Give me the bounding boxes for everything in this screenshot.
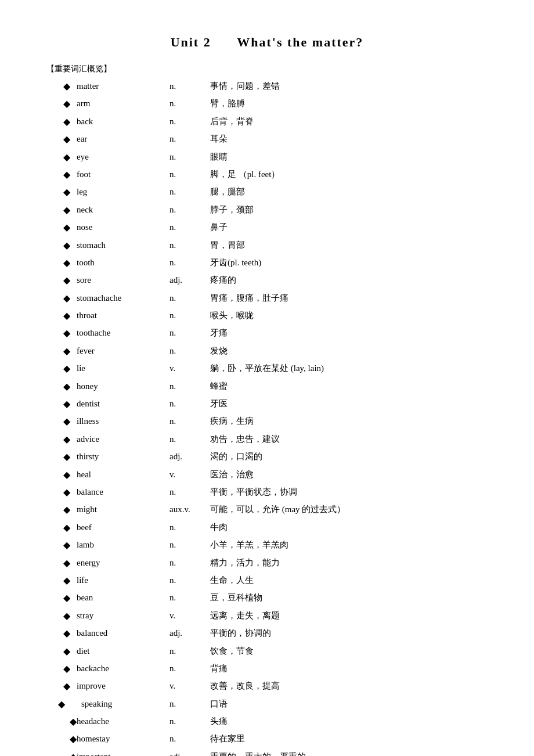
- vocab-row: ◆dietn.饮食，节食: [46, 643, 488, 660]
- vocab-row: ◆dentistn.牙医: [46, 395, 488, 413]
- vocab-row: ◆headachen.头痛: [46, 713, 488, 730]
- vocab-pos: adj.: [169, 448, 210, 466]
- vocab-bullet: ◆: [46, 625, 77, 642]
- vocab-word: backache: [77, 660, 169, 678]
- vocab-bullet: ◆: [46, 466, 77, 484]
- vocab-row: ◆backachen.背痛: [46, 660, 488, 678]
- vocab-row: ◆lifen.生命，人生: [46, 572, 488, 589]
- vocab-pos: adj.: [169, 272, 210, 289]
- vocab-word: balance: [77, 484, 169, 501]
- vocab-table: ◆mattern.事情，问题，差错◆armn.臂，胳膊◆backn.后背，背脊◆…: [46, 78, 488, 756]
- vocab-row: ◆liev.躺，卧，平放在某处 (lay, lain): [46, 360, 488, 377]
- unit-number: Unit 2: [171, 35, 211, 49]
- vocab-row: ◆neckn.脖子，颈部: [46, 201, 488, 219]
- vocab-meaning: 疼痛的: [210, 272, 488, 289]
- vocab-bullet: ◆: [46, 378, 77, 395]
- vocab-pos: adj.: [169, 625, 210, 642]
- vocab-meaning: 平衡的，协调的: [210, 625, 488, 642]
- vocab-bullet: ◆: [46, 643, 77, 660]
- vocab-bullet: ◆: [46, 678, 77, 695]
- vocab-word: neck: [77, 201, 169, 219]
- vocab-word: homestay: [77, 730, 169, 748]
- vocab-meaning: 医治，治愈: [210, 466, 488, 484]
- vocab-word: dentist: [77, 395, 169, 413]
- vocab-meaning: 耳朵: [210, 131, 488, 148]
- vocab-word: sore: [77, 272, 169, 289]
- vocab-row: ◆footn.脚，足 （pl. feet）: [46, 166, 488, 183]
- vocab-meaning: 牙齿(pl. teeth): [210, 254, 488, 272]
- vocab-word: ear: [77, 131, 169, 148]
- vocab-pos: n.: [169, 343, 210, 360]
- vocab-word: lamb: [77, 537, 169, 554]
- vocab-bullet: ◆: [46, 484, 77, 501]
- vocab-pos: n.: [169, 730, 210, 748]
- vocab-pos: n.: [169, 201, 210, 219]
- page-title: Unit 2 What's the matter?: [46, 35, 488, 50]
- vocab-row: ◆backn.后背，背脊: [46, 113, 488, 131]
- vocab-word: eye: [77, 149, 169, 166]
- vocab-row: ◆improvev.改善，改良，提高: [46, 678, 488, 695]
- vocab-pos: n.: [169, 149, 210, 166]
- vocab-meaning: 脚，足 （pl. feet）: [210, 166, 488, 183]
- vocab-word: matter: [77, 78, 169, 95]
- vocab-meaning: 后背，背脊: [210, 113, 488, 131]
- vocab-word: important: [77, 748, 169, 756]
- vocab-pos: n.: [169, 572, 210, 589]
- vocab-meaning: 可能，可以，允许 (may 的过去式）: [210, 501, 488, 519]
- vocab-pos: n.: [169, 589, 210, 607]
- vocab-word: stomachache: [77, 290, 169, 307]
- vocab-pos: n.: [169, 166, 210, 183]
- vocab-word: stomach: [77, 237, 169, 254]
- vocab-word: arm: [77, 95, 169, 113]
- vocab-pos: n.: [169, 713, 210, 730]
- vocab-row: ◆eyen.眼睛: [46, 149, 488, 166]
- vocab-pos: n.: [169, 660, 210, 678]
- vocab-word: heal: [77, 466, 169, 484]
- vocab-row: ◆healv.医治，治愈: [46, 466, 488, 484]
- vocab-pos: n.: [169, 237, 210, 254]
- vocab-word: improve: [77, 678, 169, 695]
- vocab-word: headache: [77, 713, 169, 730]
- vocab-word: thirsty: [77, 448, 169, 466]
- vocab-pos: n.: [169, 131, 210, 148]
- vocab-row: ◆speakingn.口语: [46, 696, 488, 713]
- vocab-meaning: 精力，活力，能力: [210, 555, 488, 572]
- vocab-row: ◆advicen.劝告，忠告，建议: [46, 431, 488, 448]
- vocab-word: fever: [77, 343, 169, 360]
- vocab-bullet: ◆: [46, 95, 77, 113]
- vocab-bullet: ◆: [46, 448, 77, 466]
- vocab-meaning: 改善，改良，提高: [210, 678, 488, 695]
- vocab-row: ◆mightaux.v.可能，可以，允许 (may 的过去式）: [46, 501, 488, 519]
- vocab-pos: n.: [169, 95, 210, 113]
- vocab-pos: adj.: [169, 748, 210, 756]
- unit-subtitle: What's the matter?: [237, 35, 363, 49]
- vocab-meaning: 牛肉: [210, 519, 488, 537]
- vocab-word: balanced: [77, 625, 169, 642]
- vocab-bullet: ◆: [46, 113, 77, 131]
- vocab-row: ◆thirstyadj.渴的，口渴的: [46, 448, 488, 466]
- vocab-word: bean: [77, 589, 169, 607]
- vocab-meaning: 待在家里: [210, 730, 488, 748]
- vocab-meaning: 躺，卧，平放在某处 (lay, lain): [210, 360, 488, 377]
- vocab-row: ◆stomachn.胃，胃部: [46, 237, 488, 254]
- vocab-meaning: 腿，腿部: [210, 183, 488, 201]
- vocab-meaning: 小羊，羊羔，羊羔肉: [210, 537, 488, 554]
- vocab-pos: v.: [169, 360, 210, 377]
- vocab-bullet: ◆: [46, 713, 77, 730]
- vocab-row: ◆honeyn.蜂蜜: [46, 378, 488, 395]
- vocab-meaning: 胃痛，腹痛，肚子痛: [210, 290, 488, 307]
- vocab-row: ◆stomachachen.胃痛，腹痛，肚子痛: [46, 290, 488, 307]
- vocab-word: life: [77, 572, 169, 589]
- vocab-row: ◆toothachen.牙痛: [46, 325, 488, 342]
- vocab-row: ◆toothn.牙齿(pl. teeth): [46, 254, 488, 272]
- vocab-pos: n.: [169, 78, 210, 95]
- vocab-row: ◆soreadj.疼痛的: [46, 272, 488, 289]
- vocab-row: ◆homestayn.待在家里: [46, 730, 488, 748]
- vocab-pos: n.: [169, 183, 210, 201]
- vocab-row: ◆earn.耳朵: [46, 131, 488, 148]
- vocab-meaning: 重要的，重大的，严重的: [210, 748, 488, 756]
- vocab-bullet: ◆: [46, 237, 77, 254]
- vocab-pos: n.: [169, 484, 210, 501]
- vocab-row: ◆beefn.牛肉: [46, 519, 488, 537]
- vocab-word: throat: [77, 307, 169, 325]
